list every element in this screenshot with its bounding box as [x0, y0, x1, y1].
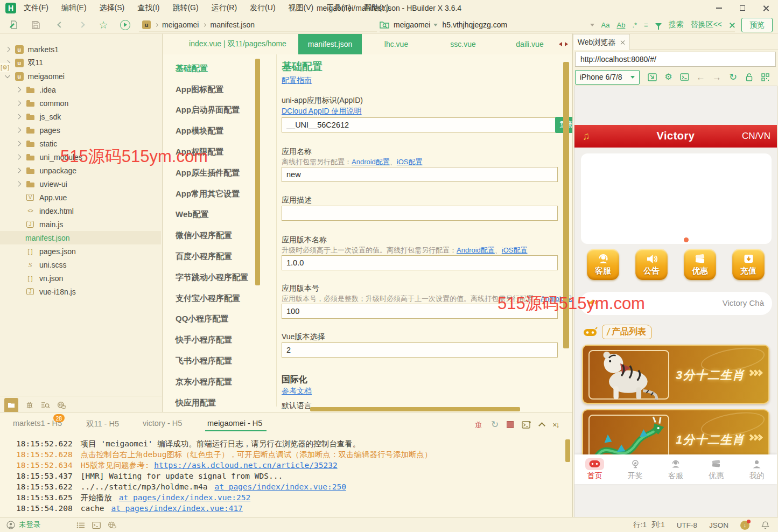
bookmark-button[interactable]: ☆	[97, 18, 110, 31]
tree-item-vn-json[interactable]: vn.json	[0, 271, 161, 285]
console-tab-victory[interactable]: victory - H5	[143, 419, 182, 428]
new-terminal-button[interactable]	[522, 421, 531, 429]
appid-doc-link[interactable]: DCloud AppID 使用说明	[282, 107, 362, 116]
music-note-icon[interactable]: ♫	[581, 130, 591, 143]
tree-item-pages-json[interactable]: pages.json	[0, 244, 161, 258]
whole-word-toggle[interactable]: Ab	[616, 21, 625, 29]
tab-lhc-vue[interactable]: lhc.vue	[374, 34, 419, 54]
filter-icon[interactable]	[655, 23, 662, 27]
nav-bytedance-mp[interactable]: 字节跳动小程序配置	[176, 267, 254, 288]
tree-item-unpackage[interactable]: unpackage	[0, 164, 161, 177]
bell-icon[interactable]	[761, 521, 769, 529]
vue-version-select[interactable]	[282, 342, 558, 358]
nav-jd-mp[interactable]: 京东小程序配置	[176, 372, 254, 393]
appid-input[interactable]	[282, 117, 558, 132]
tree-item-vue-i18n-js[interactable]: vue-i18n.js	[0, 285, 161, 298]
search-button[interactable]: 搜索	[669, 20, 684, 30]
nav-kuaishou-mp[interactable]: 快手小程序配置	[176, 330, 254, 351]
tree-item-common[interactable]: common	[0, 96, 161, 110]
recharge-button[interactable]: 充值	[732, 249, 765, 280]
menu-select[interactable]: 选择(S)	[100, 3, 125, 13]
nav-app-icon[interactable]: App图标配置	[176, 79, 254, 100]
nav-feishu-mp[interactable]: 飞书小程序配置	[176, 351, 254, 372]
nav-quickapp[interactable]: 快应用配置	[176, 393, 254, 414]
account-icon[interactable]	[6, 521, 15, 529]
nav-app-permissions[interactable]: App权限配置	[176, 142, 254, 163]
tree-item-index-html[interactable]: index.html	[0, 204, 161, 218]
tab-promo[interactable]: 优惠	[696, 454, 737, 484]
debug-button[interactable]	[474, 420, 483, 429]
service-button[interactable]: 客服	[587, 249, 619, 280]
log-link[interactable]: at pages/index/index.vue:250	[214, 482, 346, 491]
carousel-banner[interactable]	[581, 153, 772, 244]
tree-item-main-js[interactable]: main.js	[0, 218, 161, 231]
maximize-button[interactable]	[731, 0, 754, 16]
tree-item-app-vue[interactable]: App.vue	[0, 191, 161, 204]
update-notification-icon[interactable]: ↓	[740, 521, 749, 530]
log-link[interactable]: https://ask.dcloud.net.cn/article/35232	[154, 461, 337, 470]
replace-area-toggle[interactable]: 替换区<<	[691, 20, 722, 30]
language-switch[interactable]: CN/VN	[742, 131, 770, 142]
game-banner-3min[interactable]: 3分十二生肖	[582, 345, 769, 404]
nav-baidu-mp[interactable]: 百度小程序配置	[176, 246, 254, 267]
menu-run[interactable]: 运行(R)	[212, 3, 237, 13]
announcement-button[interactable]: 公告	[635, 249, 668, 280]
settings-button[interactable]: ⚙	[663, 71, 674, 83]
tab-service[interactable]: 客服	[655, 454, 696, 484]
tree-item-pages[interactable]: pages	[0, 123, 161, 137]
tab-home[interactable]: 首页	[574, 454, 615, 484]
tree-item-static[interactable]: static	[0, 137, 161, 150]
menu-find[interactable]: 查找(I)	[137, 3, 159, 13]
search-panel-tab[interactable]	[41, 401, 50, 409]
tree-item-markets1[interactable]: markets1	[0, 43, 161, 56]
console-tab-meigaomei[interactable]: meigaomei - H5	[207, 419, 262, 428]
tree-item-uni-modules[interactable]: uni_modules	[0, 150, 161, 164]
menu-edit[interactable]: 编辑(E)	[61, 3, 87, 13]
app-name-input[interactable]	[282, 167, 558, 182]
minimize-button[interactable]	[707, 0, 731, 16]
explorer-panel-tab[interactable]	[4, 398, 18, 412]
console-scrollbar[interactable]	[565, 439, 570, 462]
close-button[interactable]	[754, 0, 778, 16]
refresh-button[interactable]: ↻	[727, 71, 739, 83]
debug-panel-tab[interactable]	[25, 401, 34, 409]
nav-app-modules[interactable]: App模块配置	[176, 121, 254, 142]
i18n-doc-link[interactable]: 参考文档	[282, 387, 312, 396]
tab-ssc-vue[interactable]: ssc.vue	[440, 34, 486, 54]
version-name-input[interactable]	[282, 255, 558, 270]
search-scope-select[interactable]: meigaomei	[394, 20, 438, 29]
menu-goto[interactable]: 跳转(G)	[172, 3, 198, 13]
expand-search-icon[interactable]	[590, 24, 594, 26]
log-link[interactable]: at pages/index/index.vue:417	[111, 504, 242, 513]
open-external-button[interactable]	[647, 71, 658, 83]
menu-view[interactable]: 视图(V)	[289, 3, 314, 13]
console-tab-shuang11[interactable]: 双11 - H5	[86, 419, 119, 429]
filetype-indicator[interactable]: JSON	[709, 521, 728, 529]
tree-item-meigaomei[interactable]: meigaomei	[0, 69, 161, 83]
device-select[interactable]: iPhone 6/7/8	[575, 70, 640, 85]
save-button[interactable]	[29, 18, 42, 31]
nav-web-config[interactable]: Web配置	[176, 205, 254, 226]
nav-scrollbar[interactable]	[255, 59, 260, 285]
android-config-link[interactable]: Android配置	[352, 158, 390, 166]
ios-config-link[interactable]: iOS配置	[502, 246, 528, 254]
nav-native-plugins[interactable]: App原生插件配置	[176, 163, 254, 184]
nav-back-button[interactable]	[54, 18, 67, 31]
encoding-indicator[interactable]: UTF-8	[677, 521, 697, 529]
multiline-toggle[interactable]: ≡	[644, 21, 648, 29]
console-button[interactable]	[679, 71, 690, 83]
app-desc-input[interactable]	[282, 206, 558, 221]
browser-back-button[interactable]: ←	[695, 71, 706, 83]
globe-cloud-icon[interactable]	[108, 521, 116, 529]
browser-panel-tab[interactable]	[57, 401, 66, 409]
close-icon[interactable]	[620, 40, 625, 45]
menu-file[interactable]: 文件(F)	[24, 3, 48, 13]
nav-qq-mp[interactable]: QQ小程序配置	[176, 309, 254, 330]
nav-forward-button[interactable]	[75, 18, 88, 31]
tab-index-vue[interactable]: index.vue | 双11/pages/home	[172, 34, 303, 54]
new-file-button[interactable]	[8, 18, 20, 31]
tab-manifest-json[interactable]: manifest.json	[298, 34, 362, 54]
clear-console-icon[interactable]: ×↓	[552, 421, 558, 429]
tab-daili-vue[interactable]: daili.vue	[507, 34, 552, 54]
breadcrumb-project[interactable]: meigaomei	[162, 20, 199, 29]
